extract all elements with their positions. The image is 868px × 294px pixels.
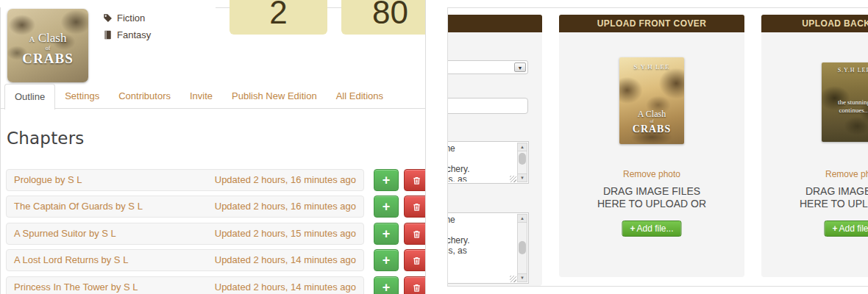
- tag-fiction[interactable]: Fiction: [103, 12, 145, 24]
- resize-grip[interactable]: [510, 276, 516, 282]
- scrollbar-thumb[interactable]: [519, 241, 526, 254]
- cover-author: S.Y.H LEE: [619, 63, 684, 71]
- page: A A ClashClash of CRABS Fiction Fantasy …: [0, 0, 868, 294]
- cover-title: of: [7, 46, 88, 51]
- remove-photo-link[interactable]: Remove photo: [559, 169, 744, 179]
- chapter-updated: Updated 2 hours, 15 minutes ago: [215, 223, 356, 244]
- scrollbar-thumb[interactable]: [519, 153, 526, 165]
- remove-photo-link[interactable]: Remove photo: [761, 169, 868, 179]
- resize-grip[interactable]: [510, 176, 516, 182]
- description-textarea[interactable]: a close, and the ard Stark and s of roya…: [447, 141, 529, 184]
- chapter-title[interactable]: A Spurned Suitor by S L: [14, 223, 116, 244]
- trash-icon: [412, 176, 421, 185]
- chapter-title[interactable]: The Captain Of Guards by S L: [14, 196, 143, 217]
- scroll-down-icon[interactable]: ▼: [518, 273, 527, 282]
- scroll-down-icon[interactable]: ▼: [518, 173, 527, 182]
- chapter-updated: Updated 2 hours, 14 minutes ago: [215, 250, 356, 270]
- tab-bar: Outline Settings Contributors Invite Pub…: [0, 84, 426, 109]
- stat-value: 80: [372, 0, 408, 30]
- add-file-button[interactable]: +Add file...: [622, 220, 681, 237]
- chapters-heading: Chapters: [7, 129, 85, 148]
- plus-icon: +: [630, 223, 635, 234]
- stat-value: 2: [269, 0, 287, 30]
- blurb-text: a close, and the ard Stark and s of roya…: [447, 215, 515, 282]
- tab-outline[interactable]: Outline: [4, 84, 55, 110]
- front-cover-dropzone[interactable]: S.Y.H LEE A Clash of CRABS Remove photo …: [559, 32, 744, 277]
- book-icon: [103, 30, 113, 40]
- plus-icon: +: [832, 223, 837, 234]
- add-file-button[interactable]: +Add file...: [824, 220, 868, 237]
- scroll-up-icon[interactable]: ▲: [518, 215, 527, 223]
- stat-count-1: 2: [230, 0, 327, 35]
- chapter-row[interactable]: A Lost Lord Returns by S L Updated 2 hou…: [6, 249, 364, 271]
- title-input[interactable]: [447, 98, 528, 114]
- tag-icon: [103, 13, 113, 23]
- chapter-row[interactable]: The Captain Of Guards by S L Updated 2 h…: [6, 196, 364, 218]
- description-text: a close, and the ard Stark and s of roya…: [447, 143, 515, 182]
- tag-label: Fantasy: [117, 29, 151, 40]
- add-chapter-button[interactable]: +: [374, 196, 399, 218]
- trash-icon: [412, 256, 421, 265]
- tab-all-editions[interactable]: All Editions: [327, 84, 393, 109]
- book-outline-panel: A A ClashClash of CRABS Fiction Fantasy …: [0, 7, 426, 294]
- book-details-column: ▼ a close, and the ard Stark and s of ro…: [447, 15, 542, 286]
- blurb-textarea[interactable]: a close, and the ard Stark and s of roya…: [447, 212, 529, 284]
- cover-title: A A ClashClash: [7, 31, 88, 46]
- tab-invite[interactable]: Invite: [180, 84, 222, 109]
- panel-border: [0, 7, 1, 294]
- chapter-title[interactable]: A Lost Lord Returns by S L: [14, 250, 128, 270]
- add-chapter-button[interactable]: +: [374, 276, 399, 294]
- drag-drop-label: DRAG IMAGE FILES HERE TO UPLOAD OR: [791, 185, 868, 210]
- add-file-label: Add file...: [636, 223, 673, 234]
- upload-front-cover-column: UPLOAD FRONT COVER S.Y.H LEE A Clash of …: [559, 15, 744, 277]
- add-chapter-button[interactable]: +: [374, 169, 399, 191]
- trash-icon: [412, 202, 421, 212]
- back-cover-text: the stunning continues...: [822, 98, 868, 115]
- trash-icon: [412, 229, 421, 239]
- cover-author: S.Y.H LEE: [822, 67, 868, 74]
- drag-drop-label: DRAG IMAGE FILES HERE TO UPLOAD OR: [589, 185, 714, 210]
- category-select[interactable]: ▼: [447, 60, 528, 74]
- cover-title: CRABS: [619, 123, 684, 135]
- book-cover-image[interactable]: A A ClashClash of CRABS: [7, 9, 88, 82]
- back-cover-dropzone[interactable]: S.Y.H LEE the stunning continues... Remo…: [761, 32, 868, 277]
- scrollbar[interactable]: ▲ ▼: [517, 214, 527, 282]
- add-chapter-button[interactable]: +: [374, 249, 399, 271]
- upload-front-cover-header: UPLOAD FRONT COVER: [559, 15, 744, 32]
- add-chapter-button[interactable]: +: [374, 223, 399, 245]
- chapter-updated: Updated 2 hours, 16 minutes ago: [215, 170, 356, 190]
- trash-icon: [412, 283, 421, 293]
- chapter-title[interactable]: Princess In The Tower by S L: [14, 277, 138, 294]
- back-cover-thumbnail[interactable]: S.Y.H LEE the stunning continues...: [822, 62, 868, 142]
- tab-settings[interactable]: Settings: [55, 84, 109, 109]
- cover-title: CRABS: [7, 51, 88, 67]
- scrollbar[interactable]: ▲ ▼: [517, 143, 527, 182]
- scroll-up-icon[interactable]: ▲: [518, 143, 527, 151]
- chapter-row[interactable]: A Spurned Suitor by S L Updated 2 hours,…: [6, 223, 364, 245]
- chapter-title[interactable]: Prologue by S L: [14, 170, 82, 190]
- column-header: [447, 15, 542, 32]
- add-file-label: Add file...: [839, 223, 868, 234]
- chapter-updated: Updated 2 hours, 14 minutes ago: [215, 277, 356, 294]
- front-cover-thumbnail[interactable]: S.Y.H LEE A Clash of CRABS: [619, 57, 684, 144]
- chapter-updated: Updated 2 hours, 16 minutes ago: [215, 196, 356, 217]
- tab-contributors[interactable]: Contributors: [109, 84, 180, 109]
- tag-label: Fiction: [117, 12, 145, 24]
- tag-fantasy[interactable]: Fantasy: [103, 29, 151, 40]
- tab-publish-new-edition[interactable]: Publish New Edition: [222, 84, 327, 109]
- publish-panel: ▼ a close, and the ard Stark and s of ro…: [447, 7, 868, 287]
- upload-back-cover-header: UPLOAD BACK COVER: [761, 15, 868, 32]
- cover-title: A Clash: [619, 109, 684, 120]
- chapter-row[interactable]: Princess In The Tower by S L Updated 2 h…: [6, 276, 364, 294]
- panel-gap: [425, 0, 447, 294]
- chapter-row[interactable]: Prologue by S L Updated 2 hours, 16 minu…: [6, 169, 364, 191]
- upload-back-cover-column: UPLOAD BACK COVER S.Y.H LEE the stunning…: [761, 15, 868, 277]
- chevron-down-icon[interactable]: ▼: [514, 62, 526, 72]
